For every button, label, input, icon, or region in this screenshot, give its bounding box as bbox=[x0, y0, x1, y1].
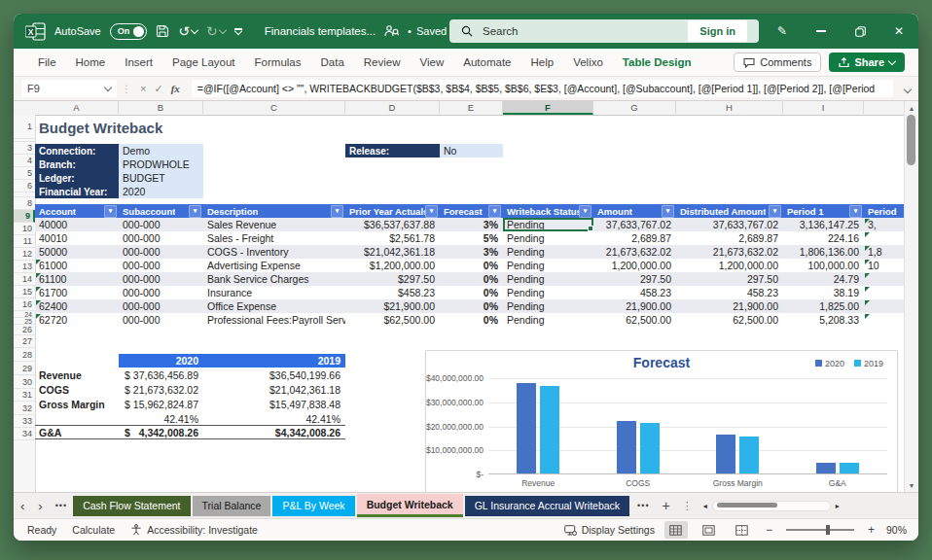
page-layout-view-button[interactable] bbox=[698, 521, 721, 539]
cell-I9[interactable]: 3,136,147.25 bbox=[783, 218, 864, 231]
restore-button[interactable] bbox=[841, 14, 879, 49]
redo-button[interactable]: ↻ bbox=[206, 24, 226, 38]
cell-I10[interactable]: 224.16 bbox=[783, 231, 864, 245]
cell-H10[interactable]: 2,689.87 bbox=[676, 231, 783, 245]
filter-dropdown-icon[interactable]: ▾ bbox=[104, 205, 117, 218]
cell-B15[interactable]: 000-000 bbox=[119, 299, 203, 313]
cell-A10[interactable]: 40010 bbox=[35, 231, 119, 245]
undo-button[interactable]: ↺ bbox=[178, 24, 197, 38]
insert-function-icon[interactable]: fx bbox=[171, 83, 180, 94]
zoom-in-button[interactable]: + bbox=[866, 523, 877, 537]
cell-A14[interactable]: 61700 bbox=[35, 286, 119, 299]
activity-icon[interactable] bbox=[384, 24, 399, 39]
cell-H9[interactable]: 37,633,767.02 bbox=[676, 218, 783, 231]
info-label-branch[interactable]: Branch: bbox=[35, 158, 119, 171]
save-icon[interactable] bbox=[156, 24, 169, 38]
release-label[interactable]: Release: bbox=[345, 144, 440, 158]
cell-B10[interactable]: 000-000 bbox=[119, 231, 203, 245]
cell-E10[interactable]: 5% bbox=[440, 231, 503, 245]
cell-C15[interactable]: Office Expense bbox=[203, 299, 345, 313]
ribbon-tab-insert[interactable]: Insert bbox=[116, 52, 161, 73]
sheet-nav-next-icon[interactable]: › bbox=[31, 500, 49, 512]
summary-label-g-a[interactable]: G&A bbox=[35, 425, 119, 439]
info-value-ledger[interactable]: BUDGET bbox=[119, 171, 203, 185]
cell-I16[interactable]: 5,208.33 bbox=[783, 313, 864, 327]
table-header-amount[interactable]: Amount▾ bbox=[593, 204, 676, 218]
vertical-scroll-thumb[interactable] bbox=[907, 115, 915, 165]
summary-2019-revenue[interactable]: $36,540,199.66 bbox=[203, 368, 345, 382]
horizontal-scrollbar[interactable]: ◂ ▸ bbox=[703, 501, 840, 511]
cell-D10[interactable]: $2,561.78 bbox=[345, 231, 440, 245]
cell-J15[interactable] bbox=[864, 299, 905, 313]
summary-2019-g-a[interactable]: $4,342,008.26 bbox=[203, 425, 345, 439]
cell-J11[interactable]: 1,8 bbox=[864, 245, 905, 259]
sheet-nav-more-icon[interactable]: ••• bbox=[50, 501, 73, 510]
column-header-E[interactable]: E bbox=[440, 101, 503, 114]
cell-E16[interactable]: 0% bbox=[440, 313, 503, 327]
scroll-down-icon[interactable]: ▼ bbox=[905, 479, 918, 491]
cell-E9[interactable]: 3% bbox=[440, 218, 503, 231]
cell-A9[interactable]: 40000 bbox=[35, 218, 119, 231]
ribbon-tab-velixo[interactable]: Velixo bbox=[564, 52, 612, 73]
cell-C13[interactable]: Bank Service Charges bbox=[203, 272, 345, 286]
column-header-G[interactable]: G bbox=[593, 101, 676, 114]
scroll-up-icon[interactable]: ▲ bbox=[905, 102, 918, 114]
cell-G12[interactable]: 1,200,000.00 bbox=[593, 259, 676, 272]
column-header-H[interactable]: H bbox=[676, 101, 783, 114]
filter-dropdown-icon[interactable]: ▾ bbox=[189, 205, 201, 218]
vertical-scrollbar[interactable]: ▲ ▼ bbox=[904, 101, 918, 492]
excel-app-icon[interactable]: X bbox=[25, 22, 46, 41]
sheet-tab-p-l-by-week[interactable]: P&L By Week bbox=[272, 496, 354, 516]
summary-label-revenue[interactable]: Revenue bbox=[35, 368, 119, 382]
cell-B13[interactable]: 000-000 bbox=[119, 272, 203, 286]
ribbon-tab-help[interactable]: Help bbox=[521, 52, 562, 73]
selected-cell-F9[interactable] bbox=[503, 218, 593, 231]
cell-C11[interactable]: COGS - Inventory bbox=[203, 245, 345, 259]
column-header-I[interactable]: I bbox=[783, 101, 864, 114]
cell-F11[interactable]: Pending bbox=[503, 245, 593, 259]
cell-B9[interactable]: 000-000 bbox=[119, 218, 203, 231]
summary-2020-revenue[interactable]: $37,636,456.89 bbox=[119, 368, 203, 382]
release-value[interactable]: No bbox=[440, 144, 503, 158]
cell-A12[interactable]: 61000 bbox=[35, 259, 119, 272]
enter-icon[interactable]: ✓ bbox=[154, 83, 162, 95]
zoom-level[interactable]: 90% bbox=[886, 524, 907, 536]
cell-D12[interactable]: $1,200,000.00 bbox=[345, 259, 440, 272]
cell-D11[interactable]: $21,042,361.18 bbox=[345, 245, 440, 259]
cell-F14[interactable]: Pending bbox=[503, 286, 593, 299]
minimize-button[interactable] bbox=[802, 14, 841, 49]
cell-D9[interactable]: $36,537,637.88 bbox=[345, 218, 440, 231]
comments-button[interactable]: Comments bbox=[734, 52, 821, 72]
filter-dropdown-icon[interactable]: ▾ bbox=[662, 205, 674, 218]
cell-J9[interactable]: 3, bbox=[864, 218, 905, 231]
summary-header-2020[interactable]: 2020 bbox=[119, 354, 203, 368]
cell-H12[interactable]: 1,200,000.00 bbox=[676, 259, 783, 272]
filter-dropdown-icon[interactable]: ▾ bbox=[849, 205, 862, 218]
zoom-out-button[interactable]: − bbox=[764, 523, 774, 537]
info-value-connection[interactable]: Demo bbox=[119, 144, 203, 158]
cell-H13[interactable]: 297.50 bbox=[676, 272, 783, 286]
ribbon-tab-data[interactable]: Data bbox=[312, 52, 353, 73]
cell-G13[interactable]: 297.50 bbox=[593, 272, 676, 286]
share-button[interactable]: Share bbox=[829, 52, 905, 72]
table-header-period[interactable]: Period bbox=[864, 204, 905, 218]
column-header-C[interactable]: C bbox=[203, 101, 345, 114]
ribbon-tab-view[interactable]: View bbox=[412, 52, 453, 73]
cell-J13[interactable] bbox=[864, 272, 905, 286]
cell-D14[interactable]: $458.23 bbox=[345, 286, 440, 299]
horizontal-scroll-thumb[interactable] bbox=[717, 503, 777, 508]
cell-J14[interactable] bbox=[864, 286, 905, 299]
filter-dropdown-icon[interactable]: ▾ bbox=[425, 205, 438, 218]
sheet-tab-cash-flow-statement[interactable]: Cash Flow Statement bbox=[73, 496, 190, 516]
cell-F10[interactable]: Pending bbox=[503, 231, 593, 245]
table-header-writeback-status[interactable]: Writeback Status▾ bbox=[503, 204, 593, 218]
cell-H14[interactable]: 458.23 bbox=[676, 286, 783, 299]
cell-A15[interactable]: 62400 bbox=[35, 299, 119, 313]
draw-pen-icon[interactable]: ✎ bbox=[763, 14, 802, 49]
filter-dropdown-icon[interactable]: ▾ bbox=[579, 205, 591, 218]
formula-bar-expand-icon[interactable] bbox=[897, 83, 918, 94]
column-header-D[interactable]: D bbox=[345, 101, 440, 114]
ribbon-tab-formulas[interactable]: Formulas bbox=[246, 52, 310, 73]
column-header-A[interactable]: A bbox=[35, 101, 119, 114]
summary-label-gross-margin[interactable]: Gross Margin bbox=[35, 397, 119, 411]
